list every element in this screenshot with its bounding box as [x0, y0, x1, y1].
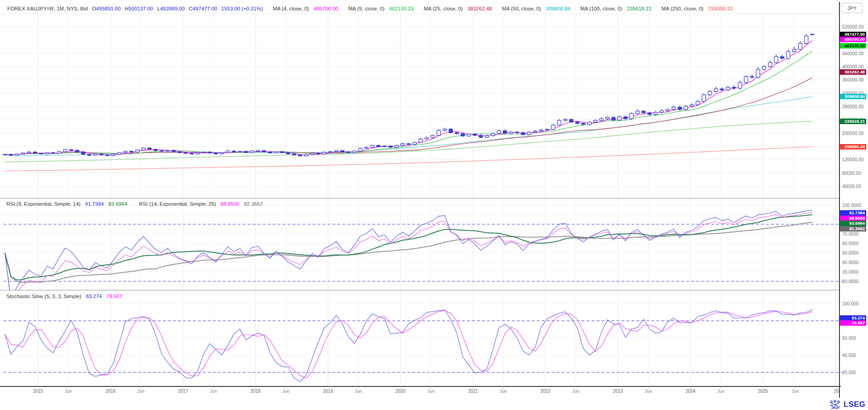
- x-axis-label: 2023: [613, 389, 623, 394]
- rsi-panel-header: RSI (9, Exponential, Simple, 14)91.73848…: [6, 201, 267, 207]
- x-axis-label: 2020: [395, 389, 405, 394]
- x-axis-label: 2017: [178, 389, 188, 394]
- y-axis-label: 20.000: [842, 370, 856, 375]
- y-axis-label: 80000.00: [842, 170, 861, 175]
- x-axis-label: Jun: [355, 389, 362, 394]
- ma-legend-item[interactable]: MA (25, close, 0) 383262.48: [424, 6, 492, 11]
- x-axis-label: 20: [834, 389, 839, 394]
- y-axis-label: 440000.00: [842, 51, 863, 56]
- panel-separator[interactable]: [0, 290, 839, 290]
- y-axis-label: 100.000: [842, 301, 858, 306]
- y-axis-border: [839, 2, 840, 398]
- y-axis-label: 20.0000: [842, 279, 858, 284]
- rsi-header-token: 83.6964: [108, 201, 127, 207]
- price-badge: 462130.33: [840, 43, 866, 48]
- price-badge: 88.9500: [840, 216, 866, 221]
- y-axis-label: 40.000: [842, 353, 856, 358]
- lseg-logo-text: LSEG: [844, 400, 865, 409]
- price-badge: 235618.21: [840, 119, 866, 124]
- stoch-header-token: 83.274: [86, 294, 102, 299]
- quote-field: C497477.00: [189, 6, 217, 11]
- stochastic-panel-header: Stochastic Slow (5, 3, 3, Simple)83.2747…: [6, 294, 127, 299]
- y-axis-label: 360000.00: [842, 77, 863, 82]
- price-badge: 309608.84: [840, 94, 866, 99]
- rsi-indicator-chart[interactable]: [0, 198, 845, 290]
- ma-legend: MA (4, close, 0) 485700.00MA (9, close, …: [267, 6, 737, 11]
- rsi-header-token: 82.3662: [244, 201, 263, 207]
- quote-field: H500137.00: [125, 6, 153, 11]
- instrument-title[interactable]: FOREX XAUJPY=R, 1M, NYS, Bid: [7, 6, 88, 11]
- x-axis-label: 2016: [106, 389, 116, 394]
- y-axis-label: 120000.00: [842, 157, 863, 162]
- x-axis-tick: [473, 386, 473, 388]
- x-axis-label: 2018: [251, 389, 260, 394]
- y-axis-label: 30.0000: [842, 270, 858, 275]
- y-axis-label: 200000.00: [842, 130, 863, 135]
- x-axis-tick: [358, 386, 359, 388]
- x-axis-tick: [213, 386, 214, 388]
- x-axis-tick: [38, 386, 39, 388]
- quote-field: O495891.00: [92, 6, 121, 11]
- x-axis-label: Jun: [500, 389, 507, 394]
- y-axis-label: 280000.00: [842, 104, 863, 109]
- price-badge: 82.3662: [840, 226, 866, 232]
- quote-values: O495891.00H500137.00L493989.00C497477.00…: [92, 6, 267, 11]
- x-axis-label: 2022: [540, 389, 550, 394]
- x-axis-tick: [111, 386, 111, 388]
- rsi-header-token: 91.7384: [85, 201, 104, 207]
- x-axis-label: 2019: [323, 389, 333, 394]
- x-axis-tick: [763, 386, 763, 388]
- x-axis-label: Jun: [791, 389, 799, 394]
- x-axis-tick: [286, 386, 286, 388]
- price-badge: 383262.48: [840, 69, 866, 75]
- ma-legend-item[interactable]: MA (4, close, 0) 485700.00: [273, 6, 338, 11]
- y-axis-label: 60.0000: [842, 241, 858, 246]
- price-badge: 91.7384: [840, 210, 866, 216]
- x-axis-tick: [141, 386, 141, 388]
- x-axis-label: Jun: [65, 389, 72, 394]
- net-change: 1553.00 (+0.31%): [221, 6, 263, 11]
- x-axis-label: 2024: [685, 389, 695, 394]
- ma-legend-item[interactable]: MA (50, close, 0) 309608.84: [502, 6, 570, 11]
- x-axis-label: 2015: [33, 389, 43, 394]
- x-axis-tick: [576, 386, 576, 388]
- y-axis-label: 400000.00: [842, 64, 863, 69]
- stochastic-indicator-chart[interactable]: [0, 290, 845, 386]
- rsi-header-token: 88.9500: [221, 201, 240, 207]
- y-axis-label: 60.000: [842, 336, 856, 341]
- panel-separator[interactable]: [0, 198, 839, 198]
- y-axis-label: 50.0000: [842, 251, 858, 256]
- price-badge: 83.6964: [840, 221, 866, 226]
- x-axis-tick: [618, 386, 618, 388]
- stoch-header-token: 79.567: [106, 294, 122, 299]
- price-badge: 159090.33: [840, 144, 866, 150]
- y-axis-label: 40.0000: [842, 260, 858, 265]
- x-axis-label: Jun: [282, 389, 289, 394]
- lseg-logo-emblem: [829, 400, 841, 410]
- y-axis-label: 100.0000: [842, 203, 861, 208]
- quote-field: L493989.00: [157, 6, 185, 11]
- x-axis-tick: [256, 386, 256, 388]
- y-axis-label: 40000.00: [842, 184, 861, 189]
- x-axis-label: Jun: [427, 389, 434, 394]
- price-badge: 485700.00: [840, 37, 866, 42]
- x-axis-tick: [795, 386, 796, 388]
- x-axis-tick: [690, 386, 691, 388]
- x-axis-label: Jun: [137, 389, 145, 394]
- x-axis-tick: [328, 386, 328, 388]
- x-axis-label: 2021: [468, 389, 478, 394]
- rsi-header-token: RSI (9, Exponential, Simple, 14): [6, 201, 81, 207]
- ma-legend-item[interactable]: MA (250, close, 0) 159090.33: [661, 6, 733, 11]
- main-price-chart[interactable]: [0, 14, 839, 198]
- x-axis-tick: [68, 386, 69, 388]
- ma-legend-item[interactable]: MA (100, close, 0) 235618.21: [580, 6, 651, 11]
- y-axis-label: 520000.00: [842, 24, 863, 29]
- ma-legend-item[interactable]: MA (9, close, 0) 462130.33: [348, 6, 414, 11]
- header-divider: [0, 14, 839, 14]
- x-axis-label: Jun: [645, 389, 652, 394]
- x-axis-label: 2025: [758, 389, 768, 394]
- x-axis-tick: [836, 386, 837, 388]
- axis-currency-label: JPY: [841, 3, 863, 13]
- x-axis-line: [0, 386, 841, 387]
- price-badge: 83.274: [840, 315, 866, 321]
